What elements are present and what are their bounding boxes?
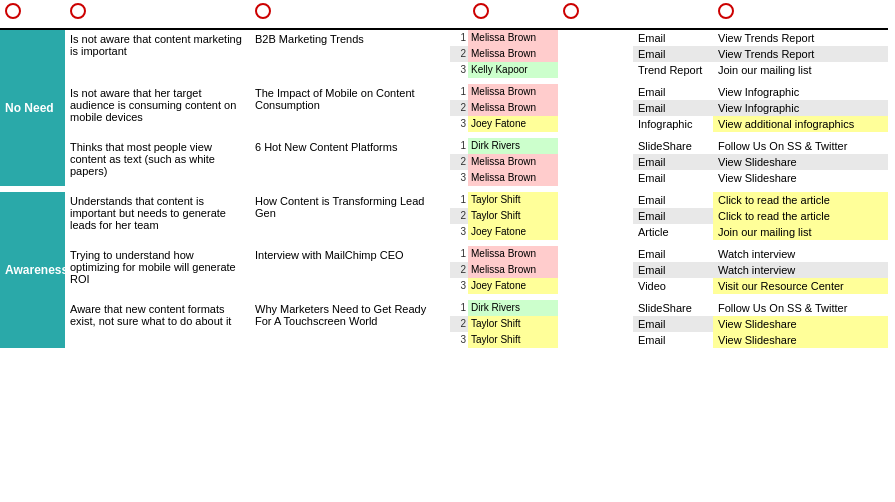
content-type-cell: Trend Report <box>633 62 713 78</box>
sales-expert-cell <box>558 170 633 186</box>
author-cell: Taylor Shift <box>468 332 558 348</box>
topic-cell: Why Marketers Need to Get Ready For A To… <box>250 300 450 348</box>
author-cell: Melissa Brown <box>468 29 558 46</box>
content-type-cell: Article <box>633 224 713 240</box>
row-num-cell: 1 <box>450 29 468 46</box>
row-num-cell: 2 <box>450 262 468 278</box>
col-buyer-consideration-header <box>65 0 250 29</box>
row-num-cell: 3 <box>450 170 468 186</box>
row-num-cell: 1 <box>450 192 468 208</box>
author-cell: Joey Fatone <box>468 224 558 240</box>
consideration-cell: Is not aware that her target audience is… <box>65 84 250 132</box>
author-cell: Taylor Shift <box>468 316 558 332</box>
consideration-cell: Thinks that most people view content as … <box>65 138 250 186</box>
col-cta-header <box>713 0 888 29</box>
sales-expert-cell <box>558 138 633 170</box>
cta-cell: View Trends Report <box>713 29 888 46</box>
content-type-cell: Email <box>633 246 713 262</box>
topic-cell: The Impact of Mobile on Content Consumpt… <box>250 84 450 132</box>
cta-cell: Click to read the article <box>713 192 888 208</box>
content-type-cell: Infographic <box>633 116 713 132</box>
author-cell: Melissa Brown <box>468 246 558 262</box>
consideration-cell: Aware that new content formats exist, no… <box>65 300 250 348</box>
row-num-cell: 3 <box>450 332 468 348</box>
content-type-cell: Email <box>633 154 713 170</box>
col5-circle <box>473 3 489 19</box>
cta-cell: Watch interview <box>713 246 888 262</box>
col3-circle <box>255 3 271 19</box>
consideration-cell: Is not aware that content marketing is i… <box>65 29 250 78</box>
col2-circle <box>70 3 86 19</box>
cta-cell: View Infographic <box>713 84 888 100</box>
sales-expert-cell <box>558 224 633 240</box>
row-num-cell: 1 <box>450 84 468 100</box>
col-num-header <box>450 0 468 29</box>
row-num-cell: 1 <box>450 138 468 154</box>
content-type-cell: Email <box>633 84 713 100</box>
col-content-topic-header <box>250 0 450 29</box>
header-row <box>0 0 895 29</box>
author-cell: Melissa Brown <box>468 154 558 170</box>
row-num-cell: 2 <box>450 208 468 224</box>
sales-expert-cell <box>558 116 633 132</box>
col-author-header <box>468 0 558 29</box>
topic-cell: Interview with MailChimp CEO <box>250 246 450 294</box>
table-row: Aware that new content formats exist, no… <box>0 300 895 316</box>
author-cell: Melissa Brown <box>468 170 558 186</box>
col-content-type-header <box>633 0 713 29</box>
col1-circle <box>5 3 21 19</box>
stage-cell: Awareness <box>0 192 65 348</box>
content-type-cell: Email <box>633 170 713 186</box>
table-row: Is not aware that her target audience is… <box>0 84 895 100</box>
sales-expert-cell <box>558 332 633 348</box>
col-sales-expert-header <box>558 0 633 29</box>
row-num-cell: 3 <box>450 116 468 132</box>
content-type-cell: SlideShare <box>633 138 713 154</box>
topic-cell: How Content is Transforming Lead Gen <box>250 192 450 240</box>
cta-cell: View Slideshare <box>713 316 888 332</box>
author-cell: Dirk Rivers <box>468 300 558 316</box>
content-type-cell: Email <box>633 262 713 278</box>
content-type-cell: Email <box>633 192 713 208</box>
sales-expert-cell <box>558 29 633 62</box>
content-type-cell: Email <box>633 316 713 332</box>
row-num-cell: 3 <box>450 224 468 240</box>
cta-cell: Follow Us On SS & Twitter <box>713 138 888 154</box>
content-type-cell: Email <box>633 29 713 46</box>
col4-circle <box>718 3 734 19</box>
sales-expert-cell <box>558 84 633 116</box>
content-type-cell: Email <box>633 100 713 116</box>
cta-cell: Join our mailing list <box>713 62 888 78</box>
author-cell: Melissa Brown <box>468 262 558 278</box>
cta-cell: Visit our Resource Center <box>713 278 888 294</box>
sales-expert-cell <box>558 192 633 224</box>
row-num-cell: 1 <box>450 246 468 262</box>
cta-cell: Join our mailing list <box>713 224 888 240</box>
content-type-cell: SlideShare <box>633 300 713 316</box>
row-num-cell: 3 <box>450 62 468 78</box>
author-cell: Melissa Brown <box>468 84 558 100</box>
topic-cell: B2B Marketing Trends <box>250 29 450 78</box>
cta-cell: View Infographic <box>713 100 888 116</box>
author-cell: Joey Fatone <box>468 278 558 294</box>
content-type-cell: Email <box>633 208 713 224</box>
main-table-container: No NeedIs not aware that content marketi… <box>0 0 895 348</box>
author-cell: Melissa Brown <box>468 100 558 116</box>
sales-expert-cell <box>558 300 633 332</box>
row-num-cell: 2 <box>450 154 468 170</box>
row-num-cell: 2 <box>450 100 468 116</box>
table-row: Trying to understand how optimizing for … <box>0 246 895 262</box>
sales-expert-cell <box>558 246 633 278</box>
author-cell: Joey Fatone <box>468 116 558 132</box>
cta-cell: View additional infographics <box>713 116 888 132</box>
row-num-cell: 2 <box>450 316 468 332</box>
table-row: No NeedIs not aware that content marketi… <box>0 29 895 46</box>
content-type-cell: Email <box>633 46 713 62</box>
author-cell: Taylor Shift <box>468 192 558 208</box>
consideration-cell: Trying to understand how optimizing for … <box>65 246 250 294</box>
content-type-cell: Email <box>633 332 713 348</box>
cta-cell: View Trends Report <box>713 46 888 62</box>
cta-cell: View Slideshare <box>713 170 888 186</box>
content-type-cell: Video <box>633 278 713 294</box>
col-buyer-stage-header <box>0 0 65 29</box>
